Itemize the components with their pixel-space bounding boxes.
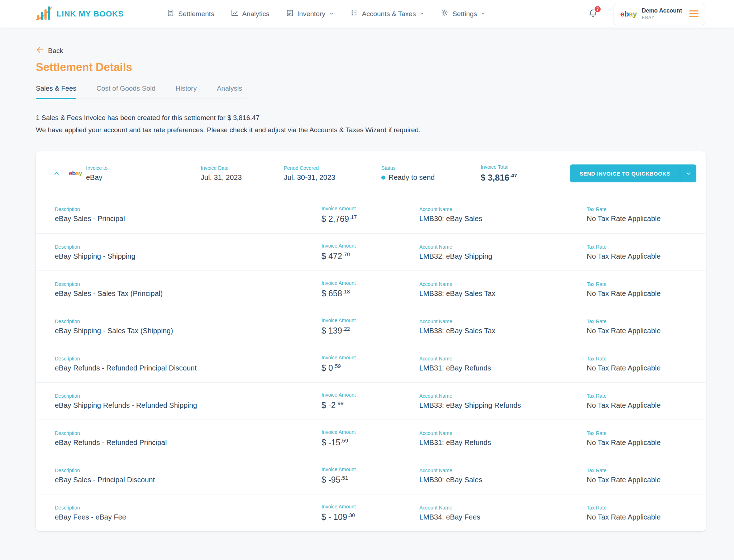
invoice-amount-cell: Invoice Amount $ -95.51 (321, 466, 419, 485)
settlement-details-page: Back Settlement Details Sales & Fees Cos… (0, 28, 734, 531)
invoice-amount-cell: Invoice Amount $ 472.70 (321, 243, 419, 261)
period-covered-field: Period Covered Jul. 30-31, 2023 (284, 165, 381, 182)
account-channel: EBAY (642, 15, 682, 20)
tax-rate-cell: Tax Rate No Tax Rate Applicable (587, 468, 696, 484)
amount-value: $ 139.22 (321, 326, 419, 336)
nav-item-settings[interactable]: Settings (441, 9, 486, 19)
ebay-logo: ebay (69, 170, 82, 177)
description-cell: Description eBay Sales - Principal (55, 206, 321, 223)
account-name-cell: Account Name LMB38: eBay Sales Tax (419, 281, 587, 298)
description-cell: Description eBay Shipping - Shipping (55, 244, 321, 260)
account-value: LMB38: eBay Sales Tax (419, 327, 587, 335)
description-value: eBay Refunds - Refunded Principal Discou… (55, 364, 321, 372)
main-nav: Settlements Analytics Inventory (167, 9, 486, 19)
invoice-to-field: Invoice to eBay (86, 165, 201, 182)
send-options-chevron-button[interactable] (680, 164, 696, 182)
ebay-logo: ebay (620, 10, 637, 18)
invoice-amount-cell: Invoice Amount $ 2,769.17 (321, 206, 419, 224)
amount-value: $ -95.51 (321, 475, 419, 485)
tab-cost-of-goods-sold[interactable]: Cost of Goods Sold (96, 85, 156, 99)
description-cell: Description eBay Shipping - Sales Tax (S… (55, 319, 321, 335)
account-name-cell: Account Name LMB31: eBay Refunds (419, 356, 587, 372)
invoice-line-row: Description eBay Shipping - Shipping Inv… (36, 233, 706, 271)
account-info: Demo Account EBAY (642, 8, 682, 20)
tax-value: No Tax Rate Applicable (587, 401, 696, 410)
tax-value: No Tax Rate Applicable (587, 513, 696, 521)
inventory-icon (286, 9, 294, 19)
tabs: Sales & Fees Cost of Goods Sold History … (36, 85, 246, 99)
invoice-amount-cell: Invoice Amount $ 658.18 (321, 280, 419, 298)
chevron-down-icon (481, 10, 486, 18)
tax-rate-cell: Tax Rate No Tax Rate Applicable (587, 430, 696, 447)
status-dot (381, 176, 385, 180)
account-value: LMB34: eBay Fees (419, 513, 587, 521)
account-name-cell: Account Name LMB32: eBay Shipping (419, 244, 587, 260)
description-value: eBay Fees - eBay Fee (55, 513, 321, 521)
send-invoice-button[interactable]: SEND INVOICE TO QUICKBOOKS (570, 164, 680, 182)
invoice-line-row: Description eBay Refunds - Refunded Prin… (36, 420, 706, 457)
description-cell: Description eBay Shipping Refunds - Refu… (55, 393, 321, 410)
account-name-cell: Account Name LMB30: eBay Sales (419, 468, 587, 484)
hamburger-menu-icon[interactable] (689, 10, 699, 17)
analytics-icon (231, 9, 239, 19)
account-value: LMB30: eBay Sales (419, 215, 587, 223)
amount-value: $ 2,769.17 (321, 214, 419, 224)
brand-logo-icon (36, 6, 52, 22)
description-value: eBay Sales - Principal Discount (55, 476, 321, 484)
nav-item-accounts-taxes[interactable]: Accounts & Taxes (351, 9, 425, 19)
invoice-line-row: Description eBay Sales - Sales Tax (Prin… (36, 271, 706, 308)
invoice-line-row: Description eBay Sales - Principal Invoi… (36, 196, 706, 233)
account-name-cell: Account Name LMB30: eBay Sales (419, 206, 587, 223)
notifications-button[interactable]: 7 (588, 8, 598, 19)
brand-logo[interactable]: LINK MY BOOKS (36, 6, 124, 22)
description-value: eBay Shipping Refunds - Refunded Shippin… (55, 401, 321, 410)
back-link[interactable]: Back (36, 46, 63, 56)
collapse-chevron-icon[interactable] (53, 170, 69, 177)
settlements-icon (167, 9, 175, 19)
tab-analysis[interactable]: Analysis (217, 85, 242, 99)
invoice-rows: Description eBay Sales - Principal Invoi… (36, 196, 706, 531)
back-label: Back (48, 47, 63, 55)
nav-item-analytics[interactable]: Analytics (231, 9, 270, 19)
tax-value: No Tax Rate Applicable (587, 476, 696, 484)
tax-value: No Tax Rate Applicable (587, 289, 696, 298)
nav-item-inventory[interactable]: Inventory (286, 9, 334, 19)
amount-value: $ 472.70 (321, 251, 419, 261)
nav-label: Settlements (178, 10, 214, 18)
description-cell: Description eBay Refunds - Refunded Prin… (55, 430, 321, 447)
tab-history[interactable]: History (176, 85, 197, 99)
invoice-amount-cell: Invoice Amount $ -2.99 (321, 392, 419, 410)
description-value: eBay Sales - Sales Tax (Principal) (55, 289, 321, 298)
amount-value: $ 0.59 (321, 363, 419, 373)
account-value: LMB32: eBay Shipping (419, 252, 587, 260)
nav-label: Accounts & Taxes (362, 10, 416, 18)
account-menu[interactable]: ebay Demo Account EBAY (614, 3, 705, 25)
bell-icon (588, 13, 598, 19)
nav-label: Analytics (242, 10, 270, 18)
summary-line-2: We have applied your account and tax rat… (36, 125, 706, 135)
invoice-line-row: Description eBay Refunds - Refunded Prin… (36, 345, 706, 382)
amount-value: $ - 109.30 (321, 512, 419, 522)
invoice-card-header: ebay Invoice to eBay Invoice Date Jul. 3… (36, 151, 706, 196)
invoice-amount-cell: Invoice Amount $ -15.59 (321, 429, 419, 447)
account-name-cell: Account Name LMB34: eBay Fees (419, 505, 587, 521)
notification-badge: 7 (594, 5, 601, 13)
description-value: eBay Refunds - Refunded Principal (55, 439, 321, 447)
tax-rate-cell: Tax Rate No Tax Rate Applicable (587, 319, 696, 335)
summary-line-1: 1 Sales & Fees Invoice has been created … (36, 113, 706, 123)
tax-value: No Tax Rate Applicable (587, 364, 696, 372)
account-name: Demo Account (642, 8, 682, 14)
description-cell: Description eBay Sales - Principal Disco… (55, 468, 321, 484)
invoice-total-field: Invoice Total $ 3,816.47 (481, 164, 517, 183)
tab-sales-fees[interactable]: Sales & Fees (36, 85, 76, 99)
amount-value: $ -15.59 (321, 437, 419, 447)
invoice-amount-cell: Invoice Amount $ 0.59 (321, 355, 419, 373)
tax-rate-cell: Tax Rate No Tax Rate Applicable (587, 244, 696, 260)
nav-item-settlements[interactable]: Settlements (167, 9, 214, 19)
amount-value: $ -2.99 (321, 400, 419, 410)
account-name-cell: Account Name LMB33: eBay Shipping Refund… (419, 393, 587, 410)
tax-value: No Tax Rate Applicable (587, 327, 696, 335)
account-value: LMB31: eBay Refunds (419, 364, 587, 372)
invoice-line-row: Description eBay Sales - Principal Disco… (36, 457, 706, 494)
invoice-line-row: Description eBay Fees - eBay Fee Invoice… (36, 494, 706, 531)
